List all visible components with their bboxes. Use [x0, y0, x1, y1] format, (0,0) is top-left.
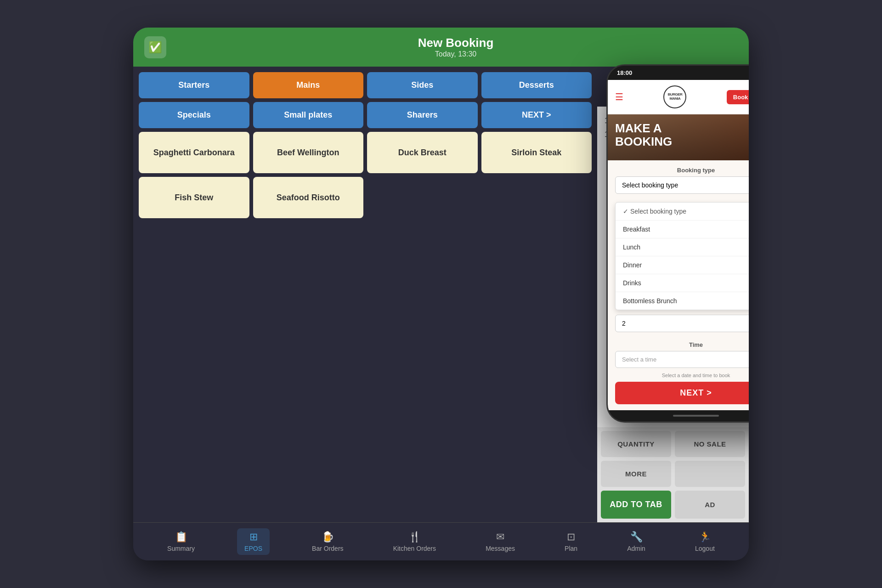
kitchen-orders-icon: 🍴 — [408, 531, 421, 543]
dropdown-option-dinner[interactable]: Dinner — [616, 256, 749, 274]
category-small-plates[interactable]: Small plates — [253, 102, 364, 128]
menu-item-spaghetti-carbonara[interactable]: Spaghetti Carbonara — [139, 132, 249, 173]
messages-icon: ✉ — [496, 531, 504, 543]
home-bar — [673, 415, 719, 417]
category-desserts[interactable]: Desserts — [481, 72, 592, 98]
nav-admin[interactable]: 🔧 Admin — [620, 528, 653, 555]
category-sides[interactable]: Sides — [367, 72, 478, 98]
phone-hero: MAKE ABOOKING — [608, 114, 749, 160]
nav-bar-orders[interactable]: 🍺 Bar Orders — [305, 528, 351, 555]
menu-items-row-2: Fish Stew Seafood Risotto — [139, 177, 592, 218]
phone-navbar: ☰ BURGERMANIA Book A Table — [608, 80, 749, 114]
menu-items-row-1: Spaghetti Carbonara Beef Wellington Duck… — [139, 132, 592, 173]
category-specials[interactable]: Specials — [139, 102, 249, 128]
add-partial-button[interactable]: AD — [675, 491, 745, 519]
nav-plan[interactable]: ⊡ Plan — [557, 528, 585, 555]
header: ✅ New Booking Today, 13:30 — [133, 28, 749, 67]
hamburger-icon[interactable]: ☰ — [615, 91, 623, 102]
booking-type-dropdown: Select booking type Breakfast Lunch Dinn… — [615, 202, 749, 310]
no-sale-button[interactable]: NO SALE — [675, 431, 745, 457]
phone-status-bar: 18:00 ▲ ◈ 🔋 — [608, 66, 749, 80]
booking-type-label: Booking type — [615, 167, 749, 174]
menu-item-sirloin-steak[interactable]: Sirloin Steak — [481, 132, 592, 173]
hero-title: MAKE ABOOKING — [615, 122, 672, 148]
booking-form: Booking type Select booking type Breakfa… — [608, 160, 749, 410]
nav-logout[interactable]: 🏃 Logout — [688, 528, 722, 555]
book-table-button[interactable]: Book A Table — [727, 90, 749, 104]
menu-item-duck-breast[interactable]: Duck Breast — [367, 132, 478, 173]
burger-mania-logo: BURGERMANIA — [663, 85, 686, 108]
empty-button[interactable] — [675, 461, 745, 487]
category-starters[interactable]: Starters — [139, 72, 249, 98]
nav-epos[interactable]: ⊞ EPOS — [237, 528, 270, 555]
phone-next-button[interactable]: NEXT > — [615, 382, 749, 404]
admin-icon: 🔧 — [630, 531, 643, 543]
phone-overlay: 18:00 ▲ ◈ 🔋 ☰ BURGERMANIA Book A Table M… — [606, 64, 749, 423]
nav-summary[interactable]: 📋 Summary — [160, 528, 202, 555]
menu-item-fish-stew[interactable]: Fish Stew — [139, 177, 249, 218]
summary-icon: 📋 — [175, 531, 187, 543]
booking-type-select-wrapper: Select booking type Breakfast Lunch Dinn… — [615, 176, 749, 198]
guests-select[interactable]: 2 1 3 4 — [615, 315, 749, 332]
category-mains[interactable]: Mains — [253, 72, 364, 98]
phone-content: ☰ BURGERMANIA Book A Table MAKE ABOOKING… — [608, 80, 749, 410]
header-icon: ✅ — [144, 36, 166, 58]
logout-icon: 🏃 — [699, 531, 711, 543]
time-select-wrapper: Select a time — [615, 351, 749, 368]
time-label: Time — [615, 341, 749, 348]
time-placeholder[interactable]: Select a time — [615, 351, 749, 368]
phone-time: 18:00 — [617, 69, 632, 76]
add-to-tab-button[interactable]: ADD TO TAB — [601, 491, 671, 519]
time-hint: Select a date and time to book — [615, 373, 749, 378]
nav-messages[interactable]: ✉ Messages — [478, 528, 522, 555]
nav-kitchen-orders[interactable]: 🍴 Kitchen Orders — [386, 528, 443, 555]
epos-icon: ⊞ — [249, 531, 258, 543]
quantity-button[interactable]: QUANTITY — [601, 431, 671, 457]
booking-title: New Booking — [174, 36, 738, 50]
dropdown-option-breakfast[interactable]: Breakfast — [616, 220, 749, 238]
more-button[interactable]: MORE — [601, 461, 671, 487]
dropdown-option-drinks[interactable]: Drinks — [616, 274, 749, 292]
dropdown-option-lunch[interactable]: Lunch — [616, 238, 749, 256]
time-section: Time Select a time Select a date and tim… — [615, 341, 749, 378]
category-sharers[interactable]: Sharers — [367, 102, 478, 128]
phone-home-indicator — [608, 410, 749, 421]
menu-panel: Starters Mains Sides Desserts Specials — [133, 67, 597, 522]
plan-icon: ⊡ — [567, 531, 575, 543]
calendar-check-icon: ✅ — [148, 41, 162, 54]
categories-row-2: Specials Small plates Sharers NEXT > — [139, 102, 592, 128]
booking-type-select[interactable]: Select booking type Breakfast Lunch Dinn… — [615, 176, 749, 194]
categories-row-1: Starters Mains Sides Desserts — [139, 72, 592, 98]
category-next[interactable]: NEXT > — [481, 102, 592, 128]
booking-subtitle: Today, 13:30 — [174, 50, 738, 58]
action-buttons-panel: QUANTITY NO SALE MORE ADD TO TAB AD — [597, 427, 749, 522]
bar-orders-icon: 🍺 — [322, 531, 334, 543]
bottom-navigation: 📋 Summary ⊞ EPOS 🍺 Bar Orders 🍴 Kitchen … — [133, 522, 749, 560]
header-title-block: New Booking Today, 13:30 — [174, 36, 738, 58]
dropdown-option-bottomless-brunch[interactable]: Bottomless Brunch — [616, 292, 749, 310]
dropdown-option-select[interactable]: Select booking type — [616, 203, 749, 220]
guests-select-wrapper: 2 1 3 4 — [615, 315, 749, 337]
menu-item-seafood-risotto[interactable]: Seafood Risotto — [253, 177, 364, 218]
menu-item-beef-wellington[interactable]: Beef Wellington — [253, 132, 364, 173]
